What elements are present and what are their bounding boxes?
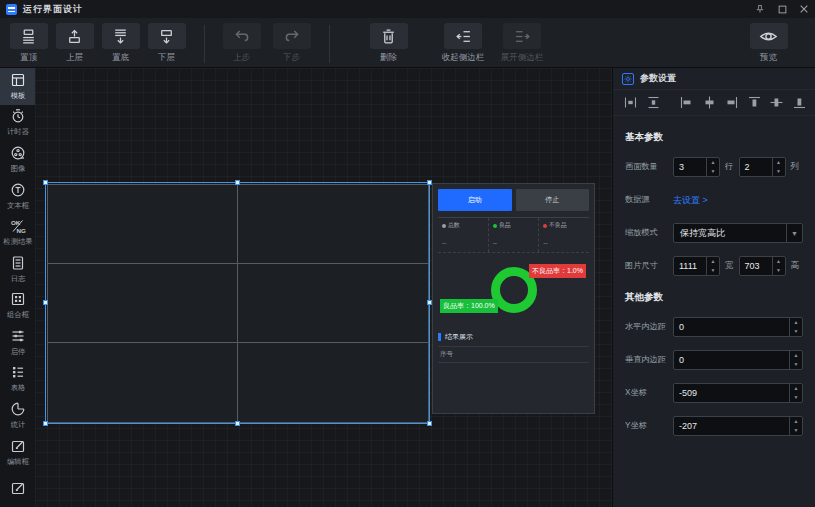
section-marker xyxy=(438,333,441,341)
stop-button[interactable]: 停止 xyxy=(516,189,590,211)
selected-image-grid-widget[interactable] xyxy=(45,182,430,424)
resize-handle[interactable] xyxy=(427,300,432,305)
resize-handle[interactable] xyxy=(427,180,432,185)
distribute-horizontal-icon[interactable] xyxy=(624,96,637,109)
h-padding-spinner[interactable]: ▲▼ xyxy=(789,318,802,336)
sidebar-item-label: 统计 xyxy=(10,419,25,429)
send-to-back-button[interactable]: 置底 xyxy=(98,23,143,64)
good-dot-icon xyxy=(493,224,497,228)
send-to-back-icon xyxy=(112,28,129,45)
image-size-row: 图片尺寸 1111 ▲▼ 宽 703 ▲▼ 高 xyxy=(625,256,803,276)
maximize-icon[interactable] xyxy=(771,0,793,18)
resize-handle[interactable] xyxy=(235,421,240,426)
image-width-input[interactable]: 1111 ▲▼ xyxy=(673,256,720,276)
layer-down-icon xyxy=(158,28,175,45)
sidebar-item-startstop[interactable]: 启停 xyxy=(0,324,35,361)
delete-button[interactable]: 删除 xyxy=(366,23,411,64)
resize-handle[interactable] xyxy=(235,180,240,185)
collapse-sidebar-button[interactable]: 收起侧边栏 xyxy=(434,23,492,64)
sidebar-item-template[interactable]: 模板 xyxy=(0,68,35,105)
v-padding-spinner[interactable]: ▲▼ xyxy=(789,351,802,369)
rows-spinner[interactable]: ▲▼ xyxy=(706,158,719,176)
main-toolbar: 置顶 上层 置底 下层 上步 xyxy=(0,18,815,68)
image-cell[interactable] xyxy=(237,263,429,343)
image-cell[interactable] xyxy=(47,184,239,264)
distribute-vertical-icon[interactable] xyxy=(647,96,660,109)
result-section-title: 结果展示 xyxy=(445,332,473,342)
resize-handle[interactable] xyxy=(43,300,48,305)
yield-gauge-area: 不良品率：1.0% 良品率：100.0% xyxy=(438,253,589,329)
sidebar-item-image[interactable]: 图像 xyxy=(0,141,35,178)
x-coord-spinner[interactable]: ▲▼ xyxy=(789,384,802,402)
stat-value: -- xyxy=(493,239,539,246)
undo-icon xyxy=(233,27,251,45)
template-icon xyxy=(10,72,26,88)
screen-count-label: 画面数量 xyxy=(625,161,671,173)
y-coord-spinner[interactable]: ▲▼ xyxy=(789,417,802,435)
image-height-input[interactable]: 703 ▲▼ xyxy=(739,256,786,276)
bring-to-front-button[interactable]: 置顶 xyxy=(6,23,51,64)
align-left-icon[interactable] xyxy=(680,96,693,109)
redo-button[interactable]: 下步 xyxy=(269,23,314,64)
data-source-label: 数据源 xyxy=(625,194,671,206)
sidebar-item-table[interactable]: 表格 xyxy=(0,361,35,398)
image-cell[interactable] xyxy=(237,342,429,422)
chevron-down-icon: ▼ xyxy=(786,224,802,242)
resize-handle[interactable] xyxy=(43,421,48,426)
image-cell[interactable] xyxy=(47,263,239,343)
layer-down-button[interactable]: 下层 xyxy=(144,23,189,64)
image-cell[interactable] xyxy=(47,342,239,422)
sidebar-item-statistics[interactable]: 统计 xyxy=(0,397,35,434)
title-bar: 运行界面设计 xyxy=(0,0,815,18)
expand-sidebar-button[interactable]: 展开侧边栏 xyxy=(493,23,551,64)
collapse-sidebar-icon xyxy=(455,28,472,45)
stat-value: -- xyxy=(442,239,488,246)
align-middle-vertical-icon[interactable] xyxy=(770,96,783,109)
edit-icon xyxy=(10,438,26,454)
image-cell[interactable] xyxy=(237,184,429,264)
resize-handle[interactable] xyxy=(427,421,432,426)
v-padding-row: 垂直内边距 0 ▲▼ xyxy=(625,350,803,370)
sidebar-item-combobox[interactable]: 组合框 xyxy=(0,287,35,324)
align-top-icon[interactable] xyxy=(748,96,761,109)
sidebar-item-inputbox[interactable] xyxy=(0,470,35,507)
collapse-sidebar-label: 收起侧边栏 xyxy=(442,52,485,64)
image-width-spinner[interactable]: ▲▼ xyxy=(706,257,719,275)
sidebar-item-log[interactable]: 日志 xyxy=(0,251,35,288)
image-height-spinner[interactable]: ▲▼ xyxy=(772,257,785,275)
v-padding-value: 0 xyxy=(674,351,789,369)
y-coord-input[interactable]: -207 ▲▼ xyxy=(673,416,803,436)
h-padding-label: 水平内边距 xyxy=(625,321,671,333)
sidebar-item-editbox[interactable]: 编辑框 xyxy=(0,434,35,471)
preview-button[interactable]: 预览 xyxy=(746,23,791,64)
parameter-inspector: 参数设置 xyxy=(612,68,815,507)
statistics-row: 总数 -- 良品 -- 不良品 -- xyxy=(438,217,589,253)
align-bottom-icon[interactable] xyxy=(793,96,806,109)
gear-icon xyxy=(622,73,634,85)
sidebar-item-result[interactable]: OK NG 检测结果 xyxy=(0,214,35,251)
rows-input[interactable]: 3 ▲▼ xyxy=(673,157,720,177)
align-center-horizontal-icon[interactable] xyxy=(703,96,716,109)
scale-mode-select[interactable]: 保持宽高比 ▼ xyxy=(673,223,803,243)
cols-spinner[interactable]: ▲▼ xyxy=(772,158,785,176)
start-button[interactable]: 启动 xyxy=(438,189,512,211)
close-icon[interactable] xyxy=(793,0,815,18)
pin-icon[interactable] xyxy=(749,0,771,18)
total-dot-icon xyxy=(442,224,446,228)
sidebar-item-textbox[interactable]: 文本框 xyxy=(0,178,35,215)
cols-input[interactable]: 2 ▲▼ xyxy=(739,157,786,177)
undo-button[interactable]: 上步 xyxy=(219,23,264,64)
align-right-icon[interactable] xyxy=(725,96,738,109)
runtime-control-panel[interactable]: 启动 停止 总数 -- 良品 -- 不良品 -- 不良品率：1.0% xyxy=(432,183,595,414)
design-canvas[interactable]: 启动 停止 总数 -- 良品 -- 不良品 -- 不良品率：1.0% xyxy=(35,68,612,507)
resize-handle[interactable] xyxy=(43,180,48,185)
h-padding-input[interactable]: 0 ▲▼ xyxy=(673,317,803,337)
v-padding-input[interactable]: 0 ▲▼ xyxy=(673,350,803,370)
sidebar-item-label: 编辑框 xyxy=(6,456,28,466)
go-to-settings-link[interactable]: 去设置 > xyxy=(673,194,708,207)
sidebar-item-timer[interactable]: 计时器 xyxy=(0,105,35,142)
defect-rate-badge: 不良品率：1.0% xyxy=(529,264,586,278)
layer-up-button[interactable]: 上层 xyxy=(52,23,97,64)
timer-icon xyxy=(10,108,26,124)
x-coord-input[interactable]: -509 ▲▼ xyxy=(673,383,803,403)
